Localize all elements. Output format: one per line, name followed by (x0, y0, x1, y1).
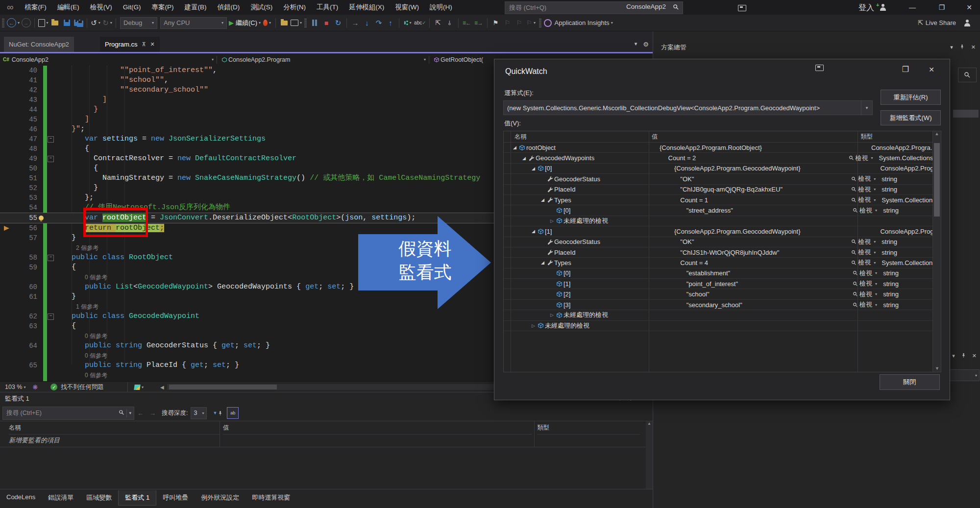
indent-increase-icon[interactable]: ≡→ (473, 17, 484, 29)
quickwatch-row[interactable]: [0]"establishment"檢視▾string (504, 268, 941, 279)
codelens-references[interactable]: 0 個參考 (54, 351, 107, 361)
zoom-level-combo[interactable]: 103 % (5, 384, 22, 390)
pin-icon[interactable] (961, 353, 966, 359)
save-all-icon[interactable] (73, 17, 84, 29)
prev-bookmark-icon[interactable]: ⚐ (502, 17, 513, 29)
quickwatch-row[interactable]: ◢TypesCount = 4檢視▾System.Collections.G..… (504, 258, 941, 268)
toolbar-grip[interactable] (304, 19, 307, 27)
fold-marker-icon[interactable]: − (48, 156, 54, 162)
screencast-icon[interactable] (815, 64, 824, 73)
tab-nuget-consoleapp2[interactable]: NuGet: ConsoleApp2 (4, 37, 74, 52)
menu-item[interactable]: 延伸模組(X) (343, 3, 390, 11)
view-button[interactable]: 檢視▾ (851, 238, 879, 246)
search-depth-combo[interactable]: 3▾ (191, 407, 207, 419)
panel-tab-錯誤清單[interactable]: 錯誤清單 (42, 490, 80, 505)
debug-configuration-combo[interactable]: Debug▾ (120, 17, 157, 29)
view-button[interactable]: 檢視▾ (853, 206, 880, 215)
clear-bookmarks-icon[interactable]: ⚐▾ (526, 17, 537, 29)
continue-button[interactable]: ▶ 繼續(C)▾ (229, 17, 261, 29)
redo-icon[interactable]: ↻▾ (102, 17, 113, 29)
codelens-references[interactable]: 1 個參考 (54, 302, 98, 312)
step-over-icon[interactable]: ↷ (373, 17, 384, 29)
reevaluate-button[interactable]: 重新評估(R) (881, 90, 941, 105)
watch-col-value[interactable]: 值 (223, 421, 532, 435)
sign-in-link[interactable]: 登入 (858, 3, 874, 13)
tree-scrollbar[interactable]: ▲ ▼ (932, 131, 941, 372)
chevron-down-icon[interactable]: ▾ (861, 101, 872, 115)
insert-snippet-icon[interactable]: ⫰ (444, 17, 455, 29)
tree-col-type[interactable]: 類型 (860, 133, 873, 141)
tree-col-name[interactable]: 名稱 (514, 133, 527, 141)
add-watch-button[interactable]: 新增監看式(W) (881, 110, 941, 125)
next-bookmark-icon[interactable]: ⚐ (514, 17, 525, 29)
feedback-icon[interactable] (962, 17, 973, 29)
close-button[interactable]: ✕ (958, 0, 980, 15)
format-specifier-icon[interactable]: ab (227, 407, 239, 419)
find-in-files-icon[interactable] (279, 17, 290, 29)
code-cleanup-brush-icon[interactable] (134, 385, 141, 390)
search-next-icon[interactable]: → (149, 410, 156, 417)
quickwatch-row[interactable]: [3]"secondary_school"檢視▾string (504, 300, 941, 310)
quickwatch-row[interactable]: [0]"street_address"檢視▾string (504, 205, 941, 216)
codelens-health-icon[interactable]: ❋ (32, 384, 38, 391)
toolbar-grip[interactable] (2, 19, 4, 27)
bookmark-icon[interactable]: ⚑ (490, 17, 501, 29)
chevron-down-icon[interactable]: ▾ (950, 44, 953, 50)
menu-item[interactable]: 編輯(E) (52, 3, 85, 11)
screencast-icon[interactable] (738, 4, 746, 13)
panel-tab-例外狀況設定[interactable]: 例外狀況設定 (195, 490, 245, 505)
quickwatch-value-tree[interactable]: 名稱 值 類型 ◢rootObject{ConsoleApp2.Program.… (503, 131, 941, 372)
quickwatch-row[interactable]: ◢GeocodedWaypointsCount = 2檢視▾System.Col… (504, 153, 941, 163)
tree-col-value[interactable]: 值 (652, 133, 658, 141)
menu-item[interactable]: 說明(H) (424, 3, 458, 11)
solution-search-icon[interactable] (958, 68, 977, 82)
panel-tab-區域變數[interactable]: 區域變數 (80, 490, 118, 505)
live-share-button[interactable]: ⇱ Live Share (918, 17, 956, 29)
quickwatch-row[interactable]: ◢[1]{ConsoleApp2.Program.GeocodedWaypoin… (504, 226, 941, 237)
quickwatch-row[interactable]: GeocoderStatus"OK"檢視▾string (504, 174, 941, 184)
watch-empty-row[interactable]: 新增要監看的項目 (0, 434, 655, 447)
close-button[interactable]: 關閉 (880, 374, 940, 390)
code-map-icon[interactable]: ⑆▾ (402, 17, 413, 29)
close-tab-icon[interactable]: ✕ (150, 41, 155, 48)
view-button[interactable]: 檢視▾ (853, 290, 880, 299)
expression-value[interactable]: (new System.Collections.Generic.Mscorlib… (504, 104, 861, 112)
tab-program-cs[interactable]: Program.cs ⊼ ✕ (100, 37, 160, 52)
quickwatch-row[interactable]: ▷未經處理的檢視 (504, 310, 941, 320)
panel-tab-CodeLens[interactable]: CodeLens (0, 490, 42, 504)
menu-item[interactable]: 專案(P) (147, 3, 179, 11)
watch-scrollbar[interactable]: ▲ (646, 421, 653, 490)
step-out-icon[interactable]: ↑ (385, 17, 396, 29)
menu-item[interactable]: 檔案(F) (20, 3, 52, 11)
breadcrumb-method[interactable]: GetRootObject( (429, 56, 486, 63)
codelens-references[interactable]: 0 個參考 (54, 272, 107, 282)
maximize-button[interactable]: ❐ (931, 0, 953, 15)
fold-marker-icon[interactable]: − (48, 136, 54, 143)
scroll-left-icon[interactable]: ◀ (160, 385, 164, 390)
view-button[interactable]: 檢視▾ (853, 269, 880, 278)
menu-item[interactable]: 視窗(W) (390, 3, 424, 11)
expander-icon[interactable]: ◢ (530, 166, 537, 171)
quickwatch-row[interactable]: ▷未經處理的檢視 (504, 216, 941, 226)
quickwatch-row[interactable]: [1]"point_of_interest"檢視▾string (504, 279, 941, 289)
view-button[interactable]: 檢視▾ (853, 279, 880, 288)
scrollbar-fragment[interactable] (953, 110, 979, 118)
fold-marker-icon[interactable]: − (48, 314, 54, 320)
undo-icon[interactable]: ↺▾ (90, 17, 101, 29)
pause-icon[interactable] (309, 17, 320, 29)
expander-icon[interactable]: ▷ (549, 313, 555, 317)
watch-search-box[interactable]: 搜尋 (Ctrl+E) ▾ (2, 407, 134, 420)
pin-icon[interactable] (959, 44, 965, 50)
indent-decrease-icon[interactable]: ≡← (462, 17, 472, 29)
expander-icon[interactable]: ◢ (530, 229, 537, 234)
expander-icon[interactable]: ◢ (539, 260, 546, 265)
codelens-references[interactable]: 0 個參考 (54, 370, 107, 380)
close-dialog-button[interactable]: ✕ (923, 63, 940, 76)
pin-icon[interactable]: ⊼ (142, 41, 146, 48)
spell-check-icon[interactable]: abc✓ (414, 17, 426, 29)
navigate-forward-icon[interactable]: → (21, 17, 31, 29)
watch-col-type[interactable]: 類型 (537, 421, 640, 435)
quickwatch-row[interactable]: [2]"school"檢視▾string (504, 289, 941, 299)
expression-combo[interactable]: (new System.Collections.Generic.Mscorlib… (503, 100, 873, 115)
codelens-references[interactable]: 2 個參考 (54, 243, 98, 253)
